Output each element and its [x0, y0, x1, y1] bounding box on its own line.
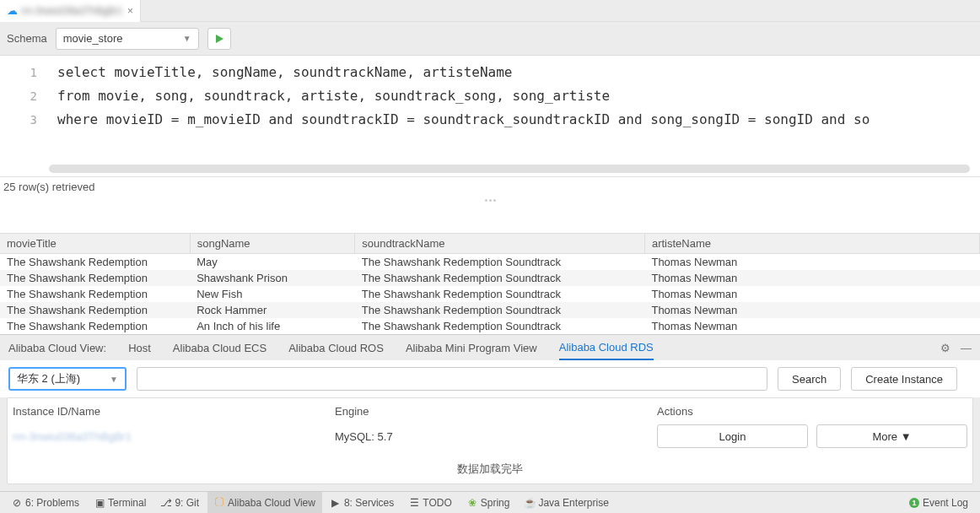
line-gutter: 1 2 3	[0, 56, 49, 176]
col-movietitle[interactable]: movieTitle	[0, 234, 190, 254]
terminal-icon: ▣	[94, 498, 105, 508]
table-row[interactable]: The Shawshank RedemptionNew FishThe Shaw…	[0, 286, 980, 302]
cloud-icon: ☁	[7, 4, 18, 17]
result-gap	[0, 197, 980, 233]
chevron-down-icon: ▼	[110, 375, 118, 384]
bottom-git[interactable]: ⎇9: Git	[154, 492, 206, 514]
instance-search-input[interactable]	[137, 367, 767, 391]
bottom-services[interactable]: ▶8: Services	[324, 492, 401, 514]
cell-soundtrackName: The Shawshank Redemption Soundtrack	[355, 302, 645, 318]
cell-artisteName: Thomas Newman	[644, 318, 979, 334]
cloud-search-bar: 华东 2 (上海) ▼ Search Create Instance	[0, 360, 980, 397]
search-button[interactable]: Search	[778, 367, 841, 391]
gear-icon[interactable]: ⚙	[940, 342, 950, 354]
code-line: from movie, song, soundtrack, artiste, s…	[57, 88, 610, 104]
bottom-todo[interactable]: ☰TODO	[402, 492, 458, 514]
bottom-toolbar: ⊘6: Problems ▣Terminal ⎇9: Git 〔〕Alibaba…	[0, 491, 980, 513]
code-area[interactable]: select movieTitle, songName, soundtrackN…	[49, 56, 980, 176]
tab-host[interactable]: Host	[128, 335, 151, 360]
cell-artisteName: Thomas Newman	[644, 302, 979, 318]
col-soundtrackname[interactable]: soundtrackName	[355, 234, 645, 254]
cell-soundtrackName: The Shawshank Redemption Soundtrack	[355, 318, 645, 334]
code-line: select movieTitle, songName, soundtrackN…	[57, 64, 512, 80]
col-songname[interactable]: songName	[190, 234, 355, 254]
bottom-terminal[interactable]: ▣Terminal	[88, 492, 153, 514]
git-icon: ⎇	[161, 498, 171, 508]
tab-ros[interactable]: Alibaba Cloud ROS	[288, 335, 384, 360]
sql-editor[interactable]: 1 2 3 select movieTitle, songName, sound…	[0, 56, 980, 177]
services-icon: ▶	[331, 498, 341, 508]
table-row[interactable]: The Shawshank RedemptionRock HammerThe S…	[0, 302, 980, 318]
line-number: 1	[0, 61, 37, 84]
drag-handle-icon[interactable]	[475, 199, 505, 202]
cell-songName: An Inch of his life	[190, 318, 355, 334]
bottom-problems[interactable]: ⊘6: Problems	[5, 492, 86, 514]
cell-songName: New Fish	[190, 286, 355, 302]
schema-select[interactable]: movie_store ▼	[56, 28, 199, 50]
cell-movieTitle: The Shawshank Redemption	[0, 286, 190, 302]
cloud-view-label: Alibaba Cloud View:	[8, 342, 106, 354]
login-button[interactable]: Login	[657, 424, 808, 448]
bottom-alibaba-cloud-view[interactable]: 〔〕Alibaba Cloud View	[207, 492, 322, 514]
tab-mini[interactable]: Alibaba Mini Program View	[406, 335, 537, 360]
event-count-badge: 1	[909, 498, 919, 508]
close-icon[interactable]: ×	[127, 5, 133, 17]
table-row[interactable]: The Shawshank RedemptionAn Inch of his l…	[0, 318, 980, 334]
tab-ecs[interactable]: Alibaba Cloud ECS	[173, 335, 267, 360]
editor-tab[interactable]: ☁ rm-3nwiu036a3ThBgBr1 ×	[0, 0, 141, 22]
more-button[interactable]: More ▼	[816, 424, 967, 448]
spring-icon: ❀	[467, 498, 477, 508]
load-status: 数据加载完毕	[8, 456, 972, 483]
table-header-row: movieTitle songName soundtrackName artis…	[0, 234, 980, 254]
cell-movieTitle: The Shawshank Redemption	[0, 302, 190, 318]
table-row[interactable]: The Shawshank RedemptionMayThe Shawshank…	[0, 254, 980, 271]
horizontal-scrollbar[interactable]	[49, 165, 970, 173]
result-table: movieTitle songName soundtrackName artis…	[0, 233, 980, 334]
cell-songName: Shawshank Prison	[190, 270, 355, 286]
minimize-icon[interactable]: —	[961, 342, 972, 354]
cell-movieTitle: The Shawshank Redemption	[0, 318, 190, 334]
line-number: 2	[0, 84, 37, 108]
cell-soundtrackName: The Shawshank Redemption Soundtrack	[355, 286, 645, 302]
java-icon: ☕	[525, 498, 535, 508]
instance-list-header: Instance ID/Name Engine Actions	[8, 398, 972, 423]
header-instance-id: Instance ID/Name	[13, 405, 335, 418]
bottom-event-log[interactable]: 1Event Log	[902, 492, 975, 514]
cell-movieTitle: The Shawshank Redemption	[0, 270, 190, 286]
chevron-down-icon: ▼	[183, 34, 191, 43]
create-instance-button[interactable]: Create Instance	[851, 367, 957, 391]
col-artistename[interactable]: artisteName	[644, 234, 979, 254]
cell-songName: May	[190, 254, 355, 271]
table-row[interactable]: The Shawshank RedemptionShawshank Prison…	[0, 270, 980, 286]
region-select[interactable]: 华东 2 (上海) ▼	[8, 367, 127, 391]
instance-id[interactable]: rm-3nwiu036a3ThBgBr1	[13, 430, 335, 443]
cell-artisteName: Thomas Newman	[644, 270, 979, 286]
cell-songName: Rock Hammer	[190, 302, 355, 318]
instance-list: Instance ID/Name Engine Actions rm-3nwiu…	[7, 397, 973, 484]
problems-icon: ⊘	[12, 498, 22, 508]
instance-engine: MySQL: 5.7	[335, 430, 657, 443]
play-icon	[214, 34, 224, 44]
run-button[interactable]	[207, 28, 231, 50]
header-engine: Engine	[335, 405, 657, 418]
bottom-java-enterprise[interactable]: ☕Java Enterprise	[518, 492, 615, 514]
instance-row: rm-3nwiu036a3ThBgBr1 MySQL: 5.7 Login Mo…	[8, 423, 972, 455]
tab-rds[interactable]: Alibaba Cloud RDS	[559, 335, 654, 360]
cloud-view-tabs: Alibaba Cloud View: Host Alibaba Cloud E…	[0, 335, 980, 360]
bottom-spring[interactable]: ❀Spring	[460, 492, 517, 514]
header-actions: Actions	[657, 405, 967, 418]
status-bar: 25 row(s) retrieved	[0, 177, 980, 197]
cell-soundtrackName: The Shawshank Redemption Soundtrack	[355, 270, 645, 286]
code-line: where movieID = m_movieID and soundtrack…	[57, 111, 870, 127]
cell-artisteName: Thomas Newman	[644, 254, 979, 271]
schema-toolbar: Schema movie_store ▼	[0, 22, 980, 56]
cell-artisteName: Thomas Newman	[644, 286, 979, 302]
svg-marker-0	[216, 35, 223, 43]
line-number: 3	[0, 108, 37, 132]
todo-icon: ☰	[409, 498, 419, 508]
schema-value: movie_store	[63, 32, 123, 45]
cloud-view-panel: Alibaba Cloud View: Host Alibaba Cloud E…	[0, 334, 980, 491]
bracket-icon: 〔〕	[214, 498, 224, 508]
cell-movieTitle: The Shawshank Redemption	[0, 254, 190, 271]
cell-soundtrackName: The Shawshank Redemption Soundtrack	[355, 254, 645, 271]
